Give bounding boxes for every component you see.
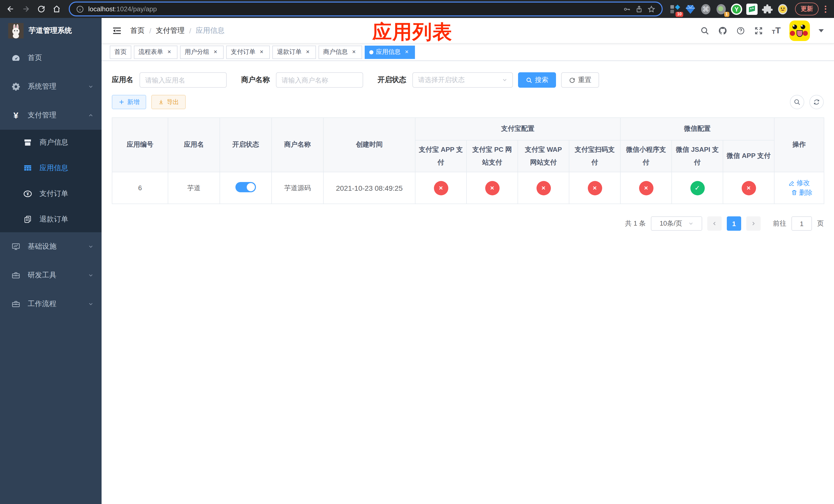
refresh-table-button[interactable] — [809, 95, 824, 109]
tab-close-icon[interactable]: × — [166, 48, 173, 55]
tab-close-icon[interactable]: × — [258, 48, 265, 55]
tab-close-icon[interactable]: × — [350, 48, 357, 55]
font-size-icon[interactable]: TT — [772, 26, 781, 35]
col-wx-lite: 微信小程序支付 — [620, 140, 672, 172]
yen-circle-icon: ¥ — [23, 189, 32, 199]
share-icon[interactable] — [635, 5, 643, 13]
breadcrumb-pay[interactable]: 支付管理 — [156, 26, 185, 35]
cell-app-id: 6 — [112, 172, 168, 204]
current-page-button[interactable]: 1 — [727, 216, 741, 231]
sidebar-item-devtools[interactable]: 研发工具 — [0, 261, 102, 290]
sidebar-item-system[interactable]: 系统管理 — [0, 72, 102, 101]
cell-merchant: 芋道源码 — [271, 172, 323, 204]
app-name-input[interactable] — [139, 72, 227, 88]
status-badge-disabled: × — [485, 181, 499, 195]
page-info-icon[interactable] — [76, 5, 84, 13]
col-ops: 操作 — [774, 118, 824, 172]
user-avatar[interactable] — [789, 20, 810, 41]
pay-submenu: 商户信息 应用信息 ¥ 支付订单 — [0, 130, 102, 232]
tab-app-info-active[interactable]: 应用信息× — [365, 45, 415, 59]
tab-label: 流程表单 — [138, 48, 163, 56]
browser-profile-avatar[interactable] — [776, 3, 789, 15]
tab-label: 应用信息 — [376, 48, 401, 56]
svg-text:¥: ¥ — [26, 191, 29, 196]
tab-process-form[interactable]: 流程表单× — [134, 45, 177, 59]
tab-user-group[interactable]: 用户分组× — [180, 45, 224, 59]
next-page-button[interactable] — [746, 216, 761, 231]
sidebar-item-workflow[interactable]: 工作流程 — [0, 290, 102, 318]
avatar-eye — [801, 24, 805, 29]
sidebar-item-pay[interactable]: ¥ 支付管理 — [0, 101, 102, 130]
sidebar-item-app-info[interactable]: 应用信息 — [0, 155, 102, 181]
sidebar-item-label: 应用信息 — [40, 164, 68, 173]
tab-close-icon[interactable]: × — [403, 48, 410, 55]
col-group-alipay: 支付宝配置 — [415, 118, 620, 140]
tab-close-icon[interactable]: × — [304, 48, 311, 55]
browser-menu-button[interactable] — [822, 5, 829, 13]
extensions-puzzle-icon[interactable] — [761, 3, 773, 15]
sidebar-item-infra[interactable]: 基础设施 — [0, 232, 102, 261]
goto-page-input[interactable] — [791, 216, 812, 231]
navbar-right: TT — [700, 20, 824, 41]
page-size-select[interactable]: 10条/页 — [651, 216, 702, 231]
merchant-name-input[interactable] — [276, 72, 363, 88]
password-key-icon[interactable] — [623, 5, 631, 13]
sidebar-item-home[interactable]: 首页 — [0, 44, 102, 72]
refresh-icon — [569, 77, 575, 83]
tab-refund-order[interactable]: 退款订单× — [272, 45, 316, 59]
chevron-right-icon — [751, 221, 756, 226]
status-select[interactable]: 请选择开启状态 — [412, 72, 513, 88]
help-question-icon[interactable] — [736, 26, 745, 35]
ext-gem-icon[interactable] — [684, 3, 697, 15]
tab-label: 支付订单 — [231, 48, 256, 56]
add-button[interactable]: 新增 — [112, 95, 146, 109]
status-toggle-on[interactable] — [236, 182, 256, 192]
home-button[interactable] — [49, 2, 64, 16]
forward-button[interactable] — [19, 2, 33, 16]
ext-command-icon[interactable]: ⌘ — [700, 3, 712, 15]
url-bar[interactable]: localhost:1024/pay/app — [69, 2, 663, 17]
tab-pay-order[interactable]: 支付订单× — [226, 45, 270, 59]
ext-y-icon[interactable]: Y — [730, 3, 743, 15]
avatar-caret-icon[interactable] — [819, 29, 824, 32]
browser-update-button[interactable]: 更新 — [795, 3, 819, 15]
edit-link[interactable]: 修改 — [788, 178, 810, 188]
github-icon[interactable] — [718, 26, 727, 35]
col-group-wechat: 微信配置 — [620, 118, 774, 140]
tab-merchant-info[interactable]: 商户信息× — [319, 45, 362, 59]
tab-label: 首页 — [114, 48, 127, 56]
reset-button[interactable]: 重置 — [561, 72, 599, 88]
tab-home[interactable]: 首页 — [110, 45, 131, 59]
back-button[interactable] — [3, 2, 18, 16]
header-search-icon[interactable] — [700, 26, 709, 35]
export-button[interactable]: 导出 — [151, 95, 186, 109]
sidebar-item-refund-order[interactable]: 退款订单 — [0, 207, 102, 232]
fullscreen-icon[interactable] — [754, 26, 763, 35]
search-icon — [526, 77, 532, 83]
col-alipay-pc: 支付宝 PC 网站支付 — [466, 140, 518, 172]
app-name-label: 应用名 — [112, 75, 133, 85]
prev-page-button[interactable] — [707, 216, 722, 231]
reload-button[interactable] — [34, 2, 48, 16]
search-button[interactable]: 搜索 — [518, 72, 556, 88]
cell-status — [220, 172, 271, 204]
ext-recorder-icon[interactable]: 1 — [715, 3, 727, 15]
cell-alipay-pc: × — [466, 172, 518, 204]
monitor-chart-icon — [11, 242, 21, 251]
tab-close-icon[interactable]: × — [212, 48, 219, 55]
delete-link[interactable]: 删除 — [791, 188, 812, 197]
hamburger-collapse-button[interactable] — [112, 25, 122, 36]
ext-chat-icon[interactable] — [746, 3, 758, 15]
sidebar: 芋道管理系统 首页 系统管理 ¥ 支付管理 — [0, 18, 102, 504]
col-alipay-qr: 支付宝扫码支付 — [569, 140, 620, 172]
sidebar-item-merchant-info[interactable]: 商户信息 — [0, 130, 102, 155]
toggle-search-button[interactable] — [790, 95, 804, 109]
breadcrumb-home[interactable]: 首页 — [130, 26, 145, 35]
bookmark-star-icon[interactable] — [647, 5, 656, 13]
ext-blocks-icon[interactable]: 10 — [669, 3, 681, 15]
breadcrumb: 首页 / 支付管理 / 应用信息 — [130, 26, 225, 35]
pagination-total: 共 1 条 — [625, 219, 646, 228]
sidebar-item-pay-order[interactable]: ¥ 支付订单 — [0, 181, 102, 207]
dashboard-icon — [11, 53, 21, 63]
sidebar-logo[interactable]: 芋道管理系统 — [0, 18, 102, 44]
